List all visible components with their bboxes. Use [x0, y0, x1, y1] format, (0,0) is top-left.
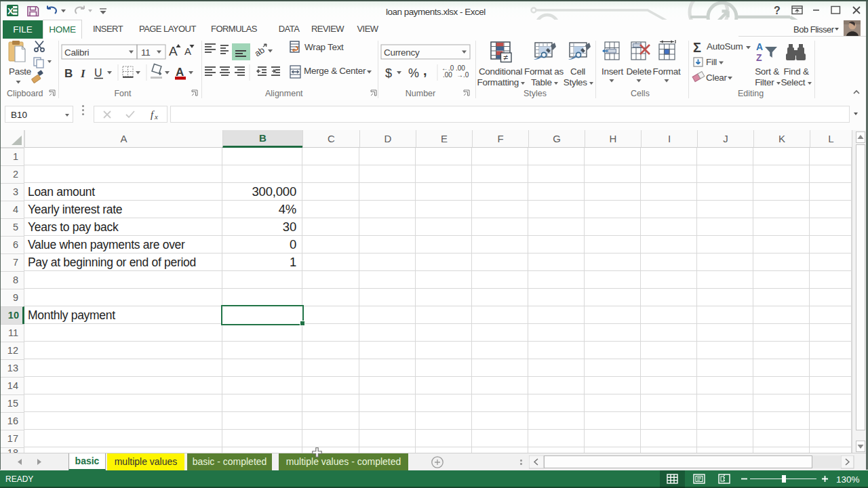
svg-text:B: B [64, 67, 73, 80]
svg-text:≠: ≠ [504, 53, 509, 62]
svg-text:A: A [169, 44, 178, 58]
svg-text:$: $ [385, 66, 392, 80]
svg-text:I: I [80, 67, 86, 80]
svg-text:A: A [184, 45, 191, 57]
svg-text:130%: 130% [836, 474, 860, 485]
svg-text:%: % [408, 66, 419, 80]
svg-text:Z: Z [756, 52, 762, 63]
svg-text:x: x [154, 113, 158, 121]
svg-text:?: ? [774, 5, 781, 16]
svg-text:,: , [423, 63, 427, 78]
svg-text:U: U [94, 67, 102, 79]
svg-text:.00: .00 [443, 71, 452, 79]
svg-text:ab: ab [252, 45, 266, 59]
svg-text:A: A [756, 41, 763, 52]
svg-text:X: X [7, 6, 14, 16]
svg-text:→.0: →.0 [456, 71, 469, 79]
svg-text:Σ: Σ [693, 40, 701, 55]
